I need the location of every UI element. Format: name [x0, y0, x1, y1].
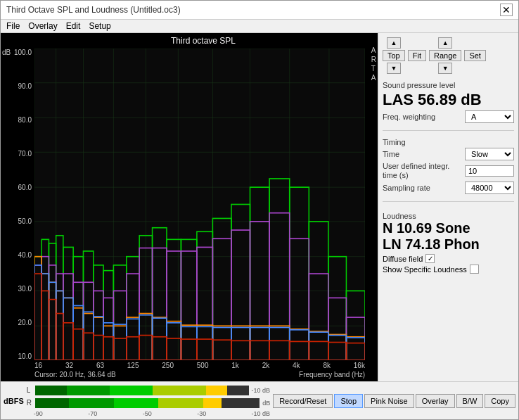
divider-2 — [383, 201, 514, 202]
menu-file[interactable]: File — [6, 21, 20, 31]
x-labels: 16 32 63 125 250 500 1k 2k 4k 8k 16k — [34, 360, 365, 371]
nav-controls: ▲ Top ▼ Fit ▲ Range ▼ Set — [383, 37, 514, 74]
meter-L-bar — [35, 386, 249, 395]
show-specific-checkbox[interactable] — [470, 265, 479, 274]
y-label-4: 60.0 — [18, 184, 32, 191]
diffuse-field-checkbox[interactable]: ✓ — [425, 254, 435, 263]
y-label-3: 70.0 — [18, 150, 32, 158]
main-content: Third octave SPL ARTA 100.0 90.0 80.0 70… — [1, 33, 518, 381]
timing-section: Timing Time Slow Fast Impulse User defin… — [383, 136, 514, 196]
x-label-8: 4k — [293, 362, 300, 369]
timing-section-label: Timing — [383, 138, 514, 146]
menu-setup[interactable]: Setup — [89, 21, 110, 31]
cursor-info: Cursor: 20.0 Hz, 36.64 dB — [34, 371, 116, 378]
time-row: Time Slow Fast Impulse — [383, 148, 514, 160]
meter-ticks-top: -90 -70 -50 -30 -10 dB — [34, 410, 270, 417]
chart-title: Third octave SPL — [43, 36, 364, 46]
y-label-5: 50.0 — [18, 217, 32, 225]
title-bar: Third Octave SPL and Loudness (Untitled.… — [1, 1, 518, 20]
x-label-7: 2k — [262, 362, 270, 369]
menu-bar: File Overlay Edit Setup — [1, 20, 518, 33]
chart-area: Third octave SPL ARTA 100.0 90.0 80.0 70… — [1, 33, 378, 381]
meter-R-row: R dB — [27, 397, 270, 409]
bottom-bar: dBFS L -10 dB R — [1, 381, 518, 419]
show-specific-label: Show Specific Loudness — [383, 265, 467, 274]
bottom-buttons: Record/Reset Stop Pink Noise Overlay B/W… — [270, 394, 515, 408]
chart-svg — [34, 49, 365, 360]
freq-weighting-label: Freq. weighting — [383, 113, 435, 121]
spl-section: Sound pressure level LAS 56.89 dB Freq. … — [383, 79, 514, 125]
x-label-4: 250 — [162, 362, 174, 369]
freq-weighting-select[interactable]: A B C Z — [465, 110, 514, 123]
x-axis-title: Frequency band (Hz) — [299, 371, 365, 378]
y-label-6: 40.0 — [18, 251, 32, 259]
menu-overlay[interactable]: Overlay — [28, 21, 57, 31]
menu-edit[interactable]: Edit — [66, 21, 81, 31]
stop-button[interactable]: Stop — [334, 394, 363, 408]
meter-area: L -10 dB R — [27, 385, 270, 417]
x-label-2: 63 — [96, 362, 104, 369]
y-label-8: 20.0 — [18, 319, 32, 326]
ln-value: LN 74.18 Phon — [383, 236, 514, 253]
loudness-section: Loudness N 10.69 Sone LN 74.18 Phon Diff… — [383, 210, 514, 275]
diffuse-field-label: Diffuse field — [383, 255, 423, 263]
meter-R-channel: R — [27, 399, 34, 407]
top-down-button[interactable]: ▼ — [387, 63, 401, 74]
record-reset-button[interactable]: Record/Reset — [273, 394, 333, 408]
copy-button[interactable]: Copy — [485, 394, 515, 408]
range-up-button[interactable]: ▲ — [438, 37, 452, 49]
meter-L-channel: L — [27, 386, 34, 394]
y-label-7: 30.0 — [18, 285, 32, 293]
x-label-3: 125 — [127, 362, 139, 369]
overlay-button[interactable]: Overlay — [416, 394, 455, 408]
sampling-rate-select[interactable]: 48000 44100 96000 — [465, 182, 514, 194]
user-defined-input[interactable] — [465, 165, 514, 177]
divider-1 — [383, 130, 514, 131]
db-axis-label: dB — [2, 49, 11, 56]
top-nav-group: ▲ Top ▼ — [383, 37, 405, 74]
meter-R-bar — [35, 398, 260, 408]
range-button[interactable]: Range — [429, 50, 461, 61]
y-label-0: 100.0 — [14, 49, 32, 56]
range-down-button[interactable]: ▼ — [438, 63, 452, 74]
x-label-1: 32 — [65, 362, 73, 369]
diffuse-field-row: Diffuse field ✓ — [383, 254, 514, 263]
freq-weighting-row: Freq. weighting A B C Z — [383, 110, 514, 123]
top-up-button[interactable]: ▲ — [387, 37, 401, 49]
meter-L-row: L -10 dB — [27, 385, 270, 396]
range-nav-group: ▲ Range ▼ — [429, 37, 461, 74]
top-button[interactable]: Top — [383, 50, 405, 61]
window-title: Third Octave SPL and Loudness (Untitled.… — [6, 5, 181, 15]
sampling-rate-row: Sampling rate 48000 44100 96000 — [383, 182, 514, 194]
user-defined-row: User defined integr. time (s) — [383, 162, 514, 180]
y-label-9: 10.0 — [18, 352, 32, 360]
x-axis: 16 32 63 125 250 500 1k 2k 4k 8k 16k Cur… — [34, 360, 365, 381]
n-value: N 10.69 Sone — [383, 220, 514, 236]
loudness-section-label: Loudness — [383, 212, 514, 220]
bw-button[interactable]: B/W — [456, 394, 484, 408]
time-select[interactable]: Slow Fast Impulse — [465, 148, 514, 160]
chart-canvas — [34, 49, 365, 360]
fit-button[interactable]: Fit — [408, 50, 426, 61]
show-specific-row: Show Specific Loudness — [383, 265, 514, 274]
pink-noise-button[interactable]: Pink Noise — [364, 394, 414, 408]
y-label-2: 80.0 — [18, 116, 32, 124]
set-button[interactable]: Set — [464, 50, 486, 61]
meter-L-db-label: -10 dB — [252, 387, 271, 394]
x-label-10: 16k — [354, 362, 365, 369]
x-label-0: 16 — [34, 362, 42, 369]
arta-label: ARTA — [371, 46, 376, 82]
user-defined-label: User defined integr. time (s) — [383, 162, 453, 180]
right-panel: ▲ Top ▼ Fit ▲ Range ▼ Set — [378, 33, 518, 381]
sampling-rate-label: Sampling rate — [383, 184, 430, 192]
spl-section-label: Sound pressure level — [383, 81, 514, 89]
fit-nav-group: Fit — [408, 37, 426, 74]
dbfs-label: dBFS — [4, 397, 24, 405]
main-window: Third Octave SPL and Loudness (Untitled.… — [0, 0, 519, 420]
close-button[interactable]: ✕ — [500, 4, 513, 16]
meter-R-db-label: dB — [262, 400, 270, 407]
x-label-9: 8k — [323, 362, 331, 369]
x-label-6: 1k — [231, 362, 239, 369]
time-label: Time — [383, 150, 399, 158]
set-nav-group: Set — [464, 37, 486, 74]
